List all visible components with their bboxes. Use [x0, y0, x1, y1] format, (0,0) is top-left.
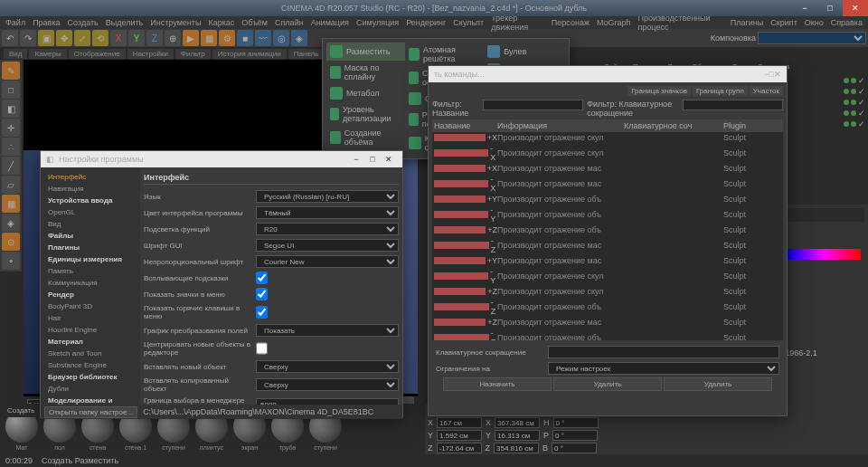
size-z[interactable] — [494, 443, 539, 453]
pref-category[interactable]: Рендер — [44, 289, 137, 300]
ctx-item[interactable]: Уровень детализации — [326, 102, 405, 126]
command-row[interactable]: -ZПроизводит отражение объSculpt — [432, 297, 783, 317]
workplane-icon[interactable]: ◈ — [2, 214, 20, 232]
pref-checkbox[interactable] — [256, 272, 268, 284]
snap-settings-icon[interactable]: ⚬ — [2, 252, 20, 270]
dlg-close-icon[interactable]: ✕ — [381, 153, 397, 166]
texture-mode-icon[interactable]: ▦ — [2, 195, 20, 213]
pref-category[interactable]: Единицы измерения — [44, 253, 137, 265]
cmd-tab[interactable]: Участок — [750, 86, 783, 96]
world-icon[interactable]: ⊕ — [165, 30, 181, 46]
pref-category[interactable]: Вид — [44, 218, 137, 230]
menu-Сплайн[interactable]: Сплайн — [275, 18, 304, 27]
shortcut-input[interactable] — [548, 346, 779, 358]
menu-Скрипт[interactable]: Скрипт — [770, 18, 797, 27]
pref-category[interactable]: Sketch and Toon — [44, 348, 137, 359]
command-row[interactable]: +YПроизводит отражение масSculpt — [432, 255, 783, 266]
cmd-titlebar[interactable]: ть команды... −□✕ — [429, 66, 787, 82]
menu-MoGraph[interactable]: MoGraph — [597, 18, 631, 27]
view-tab[interactable]: История анимации — [212, 49, 287, 59]
open-folder-button[interactable]: Открыть папку настрое... — [44, 406, 137, 418]
command-row[interactable]: +YПроизводит отражение объSculpt — [432, 194, 783, 205]
axis-z-icon[interactable]: Z — [146, 30, 163, 46]
view-tab[interactable]: Камеры — [29, 49, 66, 59]
menu-Окно[interactable]: Окно — [805, 18, 824, 27]
restrict-select[interactable]: Режим настроек — [548, 362, 779, 375]
command-row[interactable]: -XПроизводит отражение скулSculpt — [432, 143, 783, 163]
maximize-button[interactable]: □ — [817, 0, 843, 16]
ctx-item[interactable]: Метабол — [326, 84, 405, 102]
pref-category[interactable]: Коммуникация — [44, 277, 137, 289]
view-tab[interactable]: Вид — [4, 49, 27, 59]
pref-category[interactable]: Интерфейс — [44, 171, 137, 183]
axis-x-icon[interactable]: X — [110, 30, 127, 46]
cmd-tab[interactable]: Граница групп — [693, 86, 748, 96]
deformer-icon[interactable]: ◈ — [291, 30, 307, 46]
menu-Плагины[interactable]: Плагины — [731, 18, 763, 27]
cmd-action-button[interactable]: Удалить — [553, 377, 662, 391]
pref-category[interactable]: OpenGL — [44, 206, 137, 218]
rotate-icon[interactable]: ⟲ — [92, 30, 108, 46]
view-tab[interactable]: Отображение — [69, 49, 126, 59]
pref-field[interactable]: Courier New — [256, 255, 399, 268]
menu-Персонаж[interactable]: Персонаж — [552, 18, 590, 27]
menu-Правка[interactable]: Правка — [33, 18, 60, 27]
filter-shortcut-input[interactable] — [683, 100, 783, 110]
pref-category[interactable]: BodyPaint 3D — [44, 300, 137, 312]
ctx-item[interactable]: Разместить — [326, 43, 405, 61]
ctx-item[interactable]: Маска по сплайну — [326, 61, 405, 84]
make-editable-icon[interactable]: ✎ — [2, 62, 20, 80]
undo-icon[interactable]: ↶ — [2, 30, 18, 46]
cmd-close-icon[interactable]: ✕ — [774, 70, 781, 79]
redo-icon[interactable]: ↷ — [20, 30, 36, 46]
command-row[interactable]: -XПроизводит отражение масSculpt — [432, 174, 783, 194]
layout-select[interactable] — [758, 32, 866, 44]
pref-category[interactable]: Навигация — [44, 183, 137, 195]
pref-category[interactable]: Материал — [44, 336, 137, 348]
menu-Выделить[interactable]: Выделить — [106, 18, 144, 27]
command-row[interactable]: +ZПроизводит отражение скулSculpt — [432, 286, 783, 297]
menu-Файл[interactable]: Файл — [5, 18, 25, 27]
ctx-item[interactable]: Булев — [484, 43, 555, 61]
render-icon[interactable]: ▶ — [183, 30, 199, 46]
pref-category[interactable]: Моделирование и Скульпт — [44, 395, 137, 405]
object-mode-icon[interactable]: ◧ — [2, 100, 20, 118]
dlg-min-icon[interactable]: − — [348, 153, 364, 166]
command-row[interactable]: +ZПроизводит отражение масSculpt — [432, 317, 783, 328]
rot-h[interactable] — [553, 417, 599, 428]
view-tab[interactable]: Фильтр — [175, 49, 211, 59]
pos-z[interactable] — [437, 443, 482, 453]
preferences-sidebar[interactable]: ИнтерфейсНавигацияУстройства вводаOpenGL… — [41, 167, 140, 405]
dlg-max-icon[interactable]: □ — [364, 153, 381, 166]
edge-mode-icon[interactable]: ╱ — [2, 157, 20, 175]
command-row[interactable]: +XПроизводит отражение скулSculpt — [432, 132, 783, 143]
axis-y-icon[interactable]: Y — [128, 30, 145, 46]
size-x[interactable] — [495, 417, 540, 428]
pref-category[interactable]: Substance Engine — [44, 359, 137, 371]
menu-Инструменты[interactable]: Инструменты — [150, 18, 201, 27]
pref-field[interactable]: Русский (Russian) [ru-RU] — [256, 190, 399, 203]
pref-category[interactable]: Дубли — [44, 383, 137, 395]
minimize-button[interactable]: − — [792, 0, 817, 16]
select-icon[interactable]: ▣ — [38, 30, 54, 46]
pref-field[interactable]: Segoe UI — [256, 239, 399, 252]
rot-b[interactable] — [552, 443, 597, 453]
menu-Анимация[interactable]: Анимация — [311, 18, 349, 27]
ctx-item[interactable]: Создание объёма — [326, 126, 405, 149]
axis-mode-icon[interactable]: ✛ — [2, 119, 20, 137]
point-mode-icon[interactable]: ∴ — [2, 138, 20, 156]
menu-Скульпт[interactable]: Скульпт — [453, 18, 484, 27]
pref-category[interactable]: Houdini Engine — [44, 324, 137, 336]
pref-field[interactable]: Показать — [256, 324, 399, 337]
menu-Каркас[interactable]: Каркас — [208, 18, 234, 27]
pref-checkbox[interactable] — [256, 288, 268, 300]
menu-Трекер движения[interactable]: Трекер движения — [491, 14, 544, 32]
pref-category[interactable]: Память — [44, 265, 137, 277]
generator-icon[interactable]: ◎ — [273, 30, 289, 46]
model-mode-icon[interactable]: □ — [2, 81, 20, 99]
command-list[interactable]: +XПроизводит отражение скулSculpt-XПроиз… — [432, 132, 783, 340]
close-button[interactable]: ✕ — [843, 0, 868, 16]
poly-mode-icon[interactable]: ▱ — [2, 176, 20, 194]
snap-icon[interactable]: ⊙ — [2, 233, 20, 251]
menu-Объём[interactable]: Объём — [241, 18, 268, 27]
